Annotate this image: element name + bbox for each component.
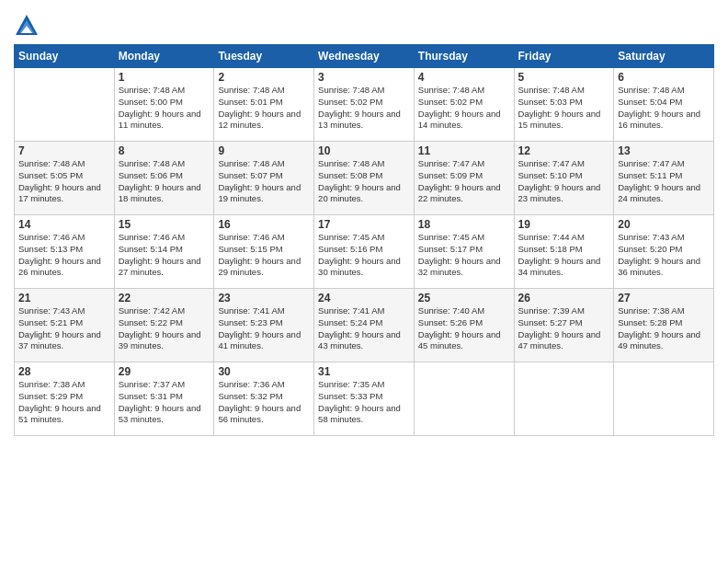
cell-info: Sunrise: 7:43 AM Sunset: 5:21 PM Dayligh… bbox=[18, 305, 110, 352]
calendar-body: 1Sunrise: 7:48 AM Sunset: 5:00 PM Daylig… bbox=[15, 68, 714, 436]
calendar-cell: 7Sunrise: 7:48 AM Sunset: 5:05 PM Daylig… bbox=[15, 142, 115, 215]
day-number: 18 bbox=[418, 218, 510, 231]
day-number: 23 bbox=[218, 292, 310, 304]
cell-info: Sunrise: 7:35 AM Sunset: 5:33 PM Dayligh… bbox=[318, 379, 410, 426]
day-number: 4 bbox=[418, 71, 510, 84]
calendar-cell: 24Sunrise: 7:41 AM Sunset: 5:24 PM Dayli… bbox=[314, 289, 415, 362]
calendar-cell: 14Sunrise: 7:46 AM Sunset: 5:13 PM Dayli… bbox=[15, 215, 115, 289]
day-number: 10 bbox=[318, 144, 410, 157]
calendar-cell: 19Sunrise: 7:44 AM Sunset: 5:18 PM Dayli… bbox=[514, 215, 614, 289]
cell-info: Sunrise: 7:36 AM Sunset: 5:32 PM Dayligh… bbox=[218, 379, 310, 426]
calendar-cell: 1Sunrise: 7:48 AM Sunset: 5:00 PM Daylig… bbox=[114, 68, 214, 142]
calendar-cell: 15Sunrise: 7:46 AM Sunset: 5:14 PM Dayli… bbox=[114, 215, 214, 289]
calendar-cell: 16Sunrise: 7:46 AM Sunset: 5:15 PM Dayli… bbox=[214, 215, 314, 289]
day-number: 17 bbox=[318, 218, 410, 231]
cell-info: Sunrise: 7:46 AM Sunset: 5:15 PM Dayligh… bbox=[218, 232, 310, 279]
calendar-cell: 26Sunrise: 7:39 AM Sunset: 5:27 PM Dayli… bbox=[514, 289, 614, 362]
calendar-cell: 21Sunrise: 7:43 AM Sunset: 5:21 PM Dayli… bbox=[15, 289, 115, 362]
day-number: 3 bbox=[318, 71, 410, 84]
cell-info: Sunrise: 7:41 AM Sunset: 5:23 PM Dayligh… bbox=[218, 305, 310, 352]
calendar-cell bbox=[414, 362, 514, 436]
calendar-cell: 5Sunrise: 7:48 AM Sunset: 5:03 PM Daylig… bbox=[514, 68, 614, 142]
calendar-week-0: 1Sunrise: 7:48 AM Sunset: 5:00 PM Daylig… bbox=[15, 68, 714, 142]
calendar-week-2: 14Sunrise: 7:46 AM Sunset: 5:13 PM Dayli… bbox=[15, 215, 714, 289]
calendar-header: SundayMondayTuesdayWednesdayThursdayFrid… bbox=[15, 45, 714, 68]
day-number: 16 bbox=[218, 218, 310, 231]
day-number: 11 bbox=[418, 144, 510, 157]
calendar-cell bbox=[514, 362, 614, 436]
cell-info: Sunrise: 7:48 AM Sunset: 5:02 PM Dayligh… bbox=[318, 85, 410, 132]
cell-info: Sunrise: 7:47 AM Sunset: 5:11 PM Dayligh… bbox=[618, 158, 710, 205]
cell-info: Sunrise: 7:44 AM Sunset: 5:18 PM Dayligh… bbox=[518, 232, 610, 279]
cell-info: Sunrise: 7:47 AM Sunset: 5:09 PM Dayligh… bbox=[418, 158, 510, 205]
cell-info: Sunrise: 7:39 AM Sunset: 5:27 PM Dayligh… bbox=[518, 305, 610, 352]
calendar-cell: 20Sunrise: 7:43 AM Sunset: 5:20 PM Dayli… bbox=[614, 215, 714, 289]
day-number: 26 bbox=[518, 292, 610, 304]
day-number: 31 bbox=[318, 365, 410, 378]
day-number: 27 bbox=[618, 292, 710, 304]
calendar-cell: 9Sunrise: 7:48 AM Sunset: 5:07 PM Daylig… bbox=[214, 142, 314, 215]
page: SundayMondayTuesdayWednesdayThursdayFrid… bbox=[0, 0, 728, 563]
cell-info: Sunrise: 7:46 AM Sunset: 5:14 PM Dayligh… bbox=[119, 232, 210, 279]
day-number: 24 bbox=[318, 292, 410, 304]
day-number: 25 bbox=[418, 292, 510, 304]
cell-info: Sunrise: 7:42 AM Sunset: 5:22 PM Dayligh… bbox=[119, 305, 210, 352]
cell-info: Sunrise: 7:48 AM Sunset: 5:05 PM Dayligh… bbox=[18, 158, 110, 205]
cell-info: Sunrise: 7:47 AM Sunset: 5:10 PM Dayligh… bbox=[518, 158, 610, 205]
calendar-cell: 6Sunrise: 7:48 AM Sunset: 5:04 PM Daylig… bbox=[614, 68, 714, 142]
day-number: 13 bbox=[618, 144, 710, 157]
day-number: 6 bbox=[618, 71, 710, 84]
calendar-week-1: 7Sunrise: 7:48 AM Sunset: 5:05 PM Daylig… bbox=[15, 142, 714, 215]
cell-info: Sunrise: 7:48 AM Sunset: 5:06 PM Dayligh… bbox=[119, 158, 210, 205]
logo-icon bbox=[14, 13, 40, 39]
cell-info: Sunrise: 7:48 AM Sunset: 5:03 PM Dayligh… bbox=[518, 85, 610, 132]
calendar-week-3: 21Sunrise: 7:43 AM Sunset: 5:21 PM Dayli… bbox=[15, 289, 714, 362]
calendar-cell: 23Sunrise: 7:41 AM Sunset: 5:23 PM Dayli… bbox=[214, 289, 314, 362]
calendar-cell: 27Sunrise: 7:38 AM Sunset: 5:28 PM Dayli… bbox=[614, 289, 714, 362]
cell-info: Sunrise: 7:46 AM Sunset: 5:13 PM Dayligh… bbox=[18, 232, 110, 279]
calendar-cell: 22Sunrise: 7:42 AM Sunset: 5:22 PM Dayli… bbox=[114, 289, 214, 362]
calendar-table: SundayMondayTuesdayWednesdayThursdayFrid… bbox=[14, 44, 714, 436]
cell-info: Sunrise: 7:48 AM Sunset: 5:07 PM Dayligh… bbox=[218, 158, 310, 205]
calendar-cell: 25Sunrise: 7:40 AM Sunset: 5:26 PM Dayli… bbox=[414, 289, 514, 362]
calendar-cell: 30Sunrise: 7:36 AM Sunset: 5:32 PM Dayli… bbox=[214, 362, 314, 436]
cell-info: Sunrise: 7:38 AM Sunset: 5:28 PM Dayligh… bbox=[618, 305, 710, 352]
cell-info: Sunrise: 7:48 AM Sunset: 5:08 PM Dayligh… bbox=[318, 158, 410, 205]
header-cell-friday: Friday bbox=[514, 45, 614, 68]
calendar-cell: 3Sunrise: 7:48 AM Sunset: 5:02 PM Daylig… bbox=[314, 68, 415, 142]
calendar-cell: 13Sunrise: 7:47 AM Sunset: 5:11 PM Dayli… bbox=[614, 142, 714, 215]
cell-info: Sunrise: 7:48 AM Sunset: 5:01 PM Dayligh… bbox=[218, 85, 310, 132]
calendar-cell: 8Sunrise: 7:48 AM Sunset: 5:06 PM Daylig… bbox=[114, 142, 214, 215]
day-number: 2 bbox=[218, 71, 310, 84]
header-cell-monday: Monday bbox=[114, 45, 214, 68]
calendar-cell: 12Sunrise: 7:47 AM Sunset: 5:10 PM Dayli… bbox=[514, 142, 614, 215]
calendar-cell: 11Sunrise: 7:47 AM Sunset: 5:09 PM Dayli… bbox=[414, 142, 514, 215]
day-number: 8 bbox=[119, 144, 210, 157]
cell-info: Sunrise: 7:45 AM Sunset: 5:16 PM Dayligh… bbox=[318, 232, 410, 279]
calendar-cell: 18Sunrise: 7:45 AM Sunset: 5:17 PM Dayli… bbox=[414, 215, 514, 289]
day-number: 29 bbox=[119, 365, 210, 378]
calendar-cell: 10Sunrise: 7:48 AM Sunset: 5:08 PM Dayli… bbox=[314, 142, 415, 215]
calendar-week-4: 28Sunrise: 7:38 AM Sunset: 5:29 PM Dayli… bbox=[15, 362, 714, 436]
day-number: 9 bbox=[218, 144, 310, 157]
cell-info: Sunrise: 7:48 AM Sunset: 5:02 PM Dayligh… bbox=[418, 85, 510, 132]
day-number: 20 bbox=[618, 218, 710, 231]
cell-info: Sunrise: 7:38 AM Sunset: 5:29 PM Dayligh… bbox=[18, 379, 110, 426]
header-cell-sunday: Sunday bbox=[15, 45, 115, 68]
day-number: 30 bbox=[218, 365, 310, 378]
day-number: 5 bbox=[518, 71, 610, 84]
day-number: 7 bbox=[18, 144, 110, 157]
day-number: 21 bbox=[18, 292, 110, 304]
day-number: 14 bbox=[18, 218, 110, 231]
day-number: 1 bbox=[119, 71, 210, 84]
calendar-cell: 29Sunrise: 7:37 AM Sunset: 5:31 PM Dayli… bbox=[114, 362, 214, 436]
cell-info: Sunrise: 7:45 AM Sunset: 5:17 PM Dayligh… bbox=[418, 232, 510, 279]
header-row: SundayMondayTuesdayWednesdayThursdayFrid… bbox=[15, 45, 714, 68]
day-number: 12 bbox=[518, 144, 610, 157]
calendar-cell: 17Sunrise: 7:45 AM Sunset: 5:16 PM Dayli… bbox=[314, 215, 415, 289]
calendar-cell: 4Sunrise: 7:48 AM Sunset: 5:02 PM Daylig… bbox=[414, 68, 514, 142]
cell-info: Sunrise: 7:48 AM Sunset: 5:00 PM Dayligh… bbox=[119, 85, 210, 132]
day-number: 22 bbox=[119, 292, 210, 304]
cell-info: Sunrise: 7:40 AM Sunset: 5:26 PM Dayligh… bbox=[418, 305, 510, 352]
cell-info: Sunrise: 7:41 AM Sunset: 5:24 PM Dayligh… bbox=[318, 305, 410, 352]
